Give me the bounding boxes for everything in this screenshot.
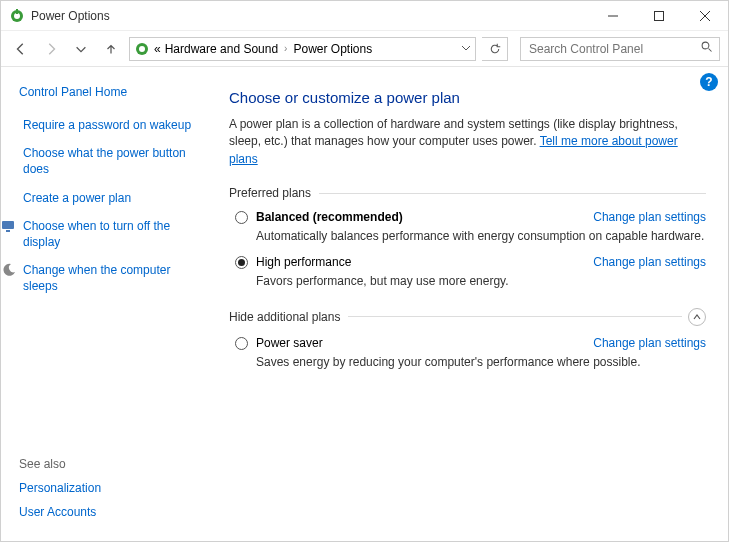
svg-point-9 <box>702 42 709 49</box>
change-settings-high[interactable]: Change plan settings <box>593 255 706 269</box>
sidebar-link-sleep[interactable]: Change when the computer sleeps <box>23 262 205 294</box>
maximize-button[interactable] <box>636 1 682 31</box>
refresh-button[interactable] <box>482 37 508 61</box>
change-settings-saver[interactable]: Change plan settings <box>593 336 706 350</box>
preferred-plans-header: Preferred plans <box>229 186 706 200</box>
navigation-bar: « Hardware and Sound › Power Options <box>1 31 728 67</box>
breadcrumb-hardware-sound[interactable]: Hardware and Sound <box>165 42 278 56</box>
page-description: A power plan is a collection of hardware… <box>229 116 706 168</box>
radio-high-performance[interactable] <box>235 256 248 269</box>
sleep-icon <box>1 262 17 278</box>
recent-locations-button[interactable] <box>69 37 93 61</box>
see-also-personalization[interactable]: Personalization <box>19 481 101 495</box>
chevron-right-icon: › <box>282 43 289 54</box>
control-panel-home-link[interactable]: Control Panel Home <box>19 85 205 99</box>
plan-balanced-title[interactable]: Balanced (recommended) <box>256 210 403 224</box>
additional-plans-label: Hide additional plans <box>229 310 340 324</box>
svg-rect-11 <box>2 221 14 229</box>
plan-high-performance: High performance Change plan settings Fa… <box>235 255 706 290</box>
plan-balanced: Balanced (recommended) Change plan setti… <box>235 210 706 245</box>
window-titlebar: Power Options <box>1 1 728 31</box>
search-box[interactable] <box>520 37 720 61</box>
radio-balanced[interactable] <box>235 211 248 224</box>
close-button[interactable] <box>682 1 728 31</box>
collapse-toggle-icon[interactable] <box>688 308 706 326</box>
see-also-section: See also Personalization User Accounts <box>19 457 101 529</box>
plan-high-desc: Favors performance, but may use more ene… <box>256 273 706 290</box>
plan-power-saver: Power saver Change plan settings Saves e… <box>235 336 706 371</box>
forward-button[interactable] <box>39 37 63 61</box>
change-settings-balanced[interactable]: Change plan settings <box>593 210 706 224</box>
svg-point-8 <box>139 46 145 52</box>
svg-line-10 <box>709 49 712 52</box>
search-input[interactable] <box>527 41 701 57</box>
display-off-icon <box>1 218 17 234</box>
svg-rect-4 <box>655 11 664 20</box>
sidebar-link-create-plan[interactable]: Create a power plan <box>23 190 131 206</box>
sidebar-link-password-wakeup[interactable]: Require a password on wakeup <box>23 117 191 133</box>
address-bar[interactable]: « Hardware and Sound › Power Options <box>129 37 476 61</box>
see-also-header: See also <box>19 457 101 471</box>
plan-saver-title[interactable]: Power saver <box>256 336 323 350</box>
radio-power-saver[interactable] <box>235 337 248 350</box>
breadcrumb-prefix: « <box>154 42 161 56</box>
window-title: Power Options <box>31 9 110 23</box>
preferred-plans-label: Preferred plans <box>229 186 311 200</box>
see-also-user-accounts[interactable]: User Accounts <box>19 505 101 519</box>
svg-rect-2 <box>16 9 18 14</box>
breadcrumb-power-options[interactable]: Power Options <box>293 42 372 56</box>
power-options-icon <box>134 41 150 57</box>
plan-saver-desc: Saves energy by reducing your computer's… <box>256 354 706 371</box>
svg-rect-12 <box>6 230 10 232</box>
sidebar-link-turn-off-display[interactable]: Choose when to turn off the display <box>23 218 205 250</box>
help-button[interactable]: ? <box>700 73 718 91</box>
sidebar: Control Panel Home Require a password on… <box>1 67 211 541</box>
additional-plans-header[interactable]: Hide additional plans <box>229 308 706 326</box>
back-button[interactable] <box>9 37 33 61</box>
search-icon[interactable] <box>701 41 713 56</box>
up-button[interactable] <box>99 37 123 61</box>
address-dropdown-icon[interactable] <box>461 42 471 56</box>
plan-high-title[interactable]: High performance <box>256 255 351 269</box>
page-heading: Choose or customize a power plan <box>229 89 706 106</box>
main-panel: ? Choose or customize a power plan A pow… <box>211 67 728 541</box>
sidebar-link-power-button[interactable]: Choose what the power button does <box>23 145 205 177</box>
minimize-button[interactable] <box>590 1 636 31</box>
power-options-icon <box>9 8 25 24</box>
plan-balanced-desc: Automatically balances performance with … <box>256 228 706 245</box>
